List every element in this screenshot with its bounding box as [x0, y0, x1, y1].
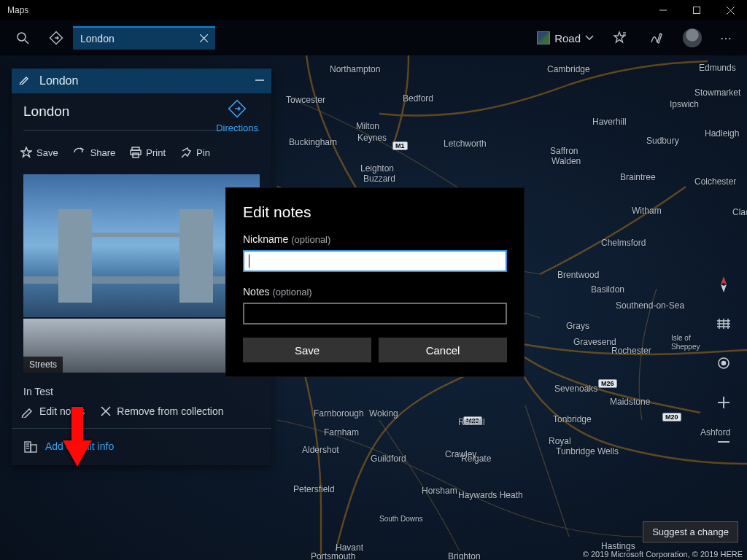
copyright-text: © 2019 Microsoft Corporation, © 2019 HER… [583, 550, 743, 559]
directions-button[interactable] [39, 20, 73, 55]
panel-actions: Save Share Print Pin [12, 142, 271, 168]
share-action[interactable]: Share [69, 142, 120, 163]
save-label: Save [36, 147, 58, 158]
city-label: Tunbridge Wells [556, 446, 619, 456]
city-label: Brentwood [557, 270, 599, 280]
city-label: Saffron [550, 146, 578, 156]
tilt-button[interactable] [713, 314, 734, 334]
right-commands: Road ⋯ [531, 20, 741, 55]
dialog-cancel-button[interactable]: Cancel [379, 338, 507, 362]
notes-label: Notes (optional) [243, 286, 312, 298]
city-label: Crawley [445, 449, 476, 459]
svg-point-14 [722, 362, 726, 365]
window-titlebar: Maps [0, 0, 747, 20]
panel-header-title: London [39, 74, 78, 88]
compass-button[interactable] [713, 274, 734, 295]
nickname-field: Nickname (optional) [227, 228, 523, 273]
city-label: Sudbury [646, 136, 679, 146]
add-edit-info[interactable]: Add or edit info [12, 428, 271, 465]
pin-action[interactable]: Pin [176, 142, 214, 163]
collapse-icon[interactable] [255, 74, 264, 88]
locate-button[interactable] [713, 353, 734, 373]
city-label: Basildon [591, 284, 624, 295]
zoom-in-button[interactable] [713, 392, 734, 413]
nickname-input[interactable] [243, 250, 507, 272]
city-label: Grays [566, 321, 589, 331]
city-label: Guildford [371, 454, 406, 464]
print-action[interactable]: Print [125, 142, 170, 163]
maptype-dropdown[interactable]: Road [531, 20, 600, 55]
city-label: Haverhill [592, 117, 627, 127]
search-button[interactable] [6, 20, 39, 55]
city-label: Keynes [357, 133, 387, 143]
search-chip[interactable]: London [73, 26, 215, 50]
city-label: Stowmarket [694, 88, 740, 98]
city-label: Clacton [732, 207, 747, 217]
city-label: Royal [549, 436, 571, 446]
directions-card[interactable]: Directions [216, 99, 258, 133]
city-label: Petersfield [293, 484, 335, 494]
city-label: Brighton [448, 551, 481, 560]
svg-marker-23 [63, 407, 92, 467]
maximize-button[interactable] [680, 0, 713, 20]
motorway-shield: M1 [392, 141, 408, 150]
close-button[interactable] [713, 0, 747, 20]
pencil-icon [19, 74, 29, 88]
panel-header[interactable]: London [12, 69, 271, 93]
city-label: Sheppey [671, 343, 700, 351]
city-label: Rochester [611, 346, 651, 356]
hero-photo[interactable] [23, 174, 260, 317]
more-button[interactable]: ⋯ [712, 31, 741, 45]
svg-rect-1 [694, 7, 700, 14]
zoom-out-button[interactable] [713, 432, 734, 452]
city-label: Chelmsford [601, 238, 646, 248]
city-label: Colchester [694, 176, 736, 187]
svg-marker-11 [721, 276, 727, 284]
city-label: Milton [356, 121, 379, 131]
pin-label: Pin [196, 147, 210, 158]
window-title: Maps [0, 5, 28, 15]
city-label: Braintree [620, 172, 656, 182]
dialog-buttons: Save Cancel [227, 326, 523, 362]
city-label: Towcester [286, 95, 325, 105]
svg-marker-12 [721, 284, 727, 292]
minimize-button[interactable] [646, 0, 680, 20]
streetside-badge: Streets [23, 357, 63, 373]
streetside-strip[interactable]: Streets [23, 319, 260, 373]
maptype-swatch-icon [537, 31, 550, 44]
dialog-save-button[interactable]: Save [243, 338, 371, 362]
search-chip-label: London [80, 33, 115, 44]
notes-input[interactable] [243, 303, 507, 324]
motorway-shield: M20 [662, 413, 681, 421]
notes-field: Notes (optional) [227, 281, 523, 326]
city-label: Cambridge [547, 64, 590, 74]
svg-rect-22 [133, 153, 139, 158]
collection-options: Edit notes Remove from collection [12, 400, 271, 428]
city-label: Havant [336, 542, 363, 553]
save-action[interactable]: Save [16, 142, 63, 163]
city-label: Gravesend [573, 337, 616, 347]
svg-line-5 [25, 40, 28, 44]
dialog-title: Edit notes [227, 189, 523, 228]
account-button[interactable] [676, 20, 709, 55]
svg-rect-21 [131, 150, 141, 155]
panel-body: London Directions [12, 93, 271, 142]
city-label: Farnham [324, 427, 359, 438]
favorites-button[interactable] [603, 20, 636, 55]
city-label: Farnborough [314, 408, 364, 419]
window-controls [646, 0, 747, 20]
city-label: Haywards Heath [458, 490, 523, 500]
edit-notes-dialog: Edit notes Nickname (optional) Notes (op… [226, 188, 524, 376]
motorway-shield: M26 [598, 379, 617, 388]
remove-option[interactable]: Remove from collection [101, 405, 223, 418]
chevron-down-icon [585, 34, 594, 42]
clear-search-icon[interactable] [200, 33, 208, 44]
suggest-change-button[interactable]: Suggest a change [643, 521, 738, 542]
ink-button[interactable] [639, 20, 673, 55]
share-label: Share [90, 147, 116, 158]
city-label: Sevenoaks [554, 384, 597, 394]
svg-point-4 [18, 33, 26, 41]
svg-rect-26 [25, 442, 31, 452]
command-bar: London Road ⋯ [0, 20, 747, 55]
city-label: Leighton [360, 163, 394, 174]
